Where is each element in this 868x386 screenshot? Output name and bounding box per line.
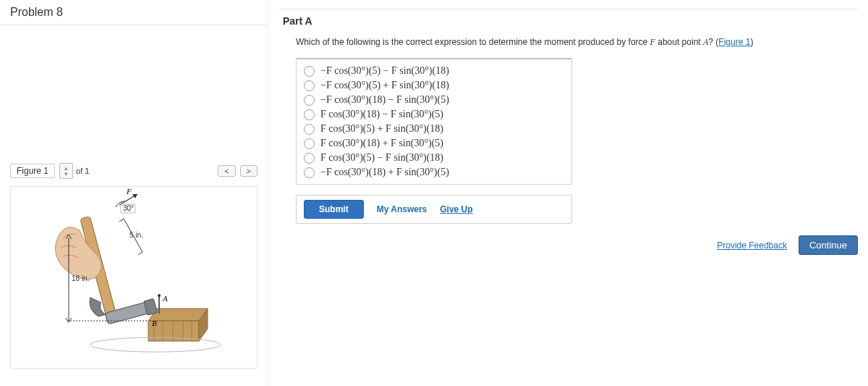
figure-next-button[interactable]: > xyxy=(240,165,258,177)
continue-button[interactable]: Continue xyxy=(799,235,858,255)
option-radio[interactable] xyxy=(304,124,315,135)
figure-prev-button[interactable]: < xyxy=(218,165,235,177)
svg-text:B: B xyxy=(152,319,157,327)
figure-total-text: of 1 xyxy=(76,167,89,175)
option-radio[interactable] xyxy=(304,153,315,164)
svg-text:A: A xyxy=(162,294,168,303)
option-label: −F cos(30°)(5) + F sin(30°)(18) xyxy=(320,80,449,91)
part-a-title: Part A xyxy=(278,9,858,33)
option-label: F cos(30°)(18) − F sin(30°)(5) xyxy=(320,109,443,120)
option-label: F cos(30°)(5) − F sin(30°)(18) xyxy=(320,152,443,164)
option-radio[interactable] xyxy=(304,109,315,120)
option-radio[interactable] xyxy=(304,138,315,149)
option-label: −F cos(30°)(5) − F sin(30°)(18) xyxy=(320,65,449,77)
option-label: F cos(30°)(18) + F sin(30°)(5) xyxy=(320,138,443,149)
figure-label: Figure 1 xyxy=(10,164,55,178)
stepper-icon: ▴▾ xyxy=(64,165,68,177)
answer-options: −F cos(30°)(5) − F sin(30°)(18) −F cos(3… xyxy=(296,58,572,185)
svg-point-12 xyxy=(158,294,161,297)
option-label: −F cos(30°)(18) − F sin(30°)(5) xyxy=(320,94,449,106)
figure-image: A B F 30 xyxy=(10,186,258,369)
svg-text:5 in.: 5 in. xyxy=(129,231,143,239)
option-label: −F cos(30°)(18) + F sin(30°)(5) xyxy=(320,167,449,178)
option-radio[interactable] xyxy=(304,95,315,106)
figure-link[interactable]: Figure 1 xyxy=(718,37,750,47)
option-radio[interactable] xyxy=(304,66,315,77)
svg-text:18 in.: 18 in. xyxy=(72,274,89,282)
problem-title: Problem 8 xyxy=(0,0,268,25)
question-text: Which of the following is the correct ex… xyxy=(278,33,858,58)
submit-button[interactable]: Submit xyxy=(304,200,364,219)
provide-feedback-link[interactable]: Provide Feedback xyxy=(717,240,787,251)
give-up-link[interactable]: Give Up xyxy=(440,204,472,214)
option-radio[interactable] xyxy=(304,167,315,178)
option-label: F cos(30°)(5) + F sin(30°)(18) xyxy=(320,123,443,135)
svg-marker-0 xyxy=(148,309,208,321)
svg-text:30°: 30° xyxy=(123,204,134,212)
figure-number-stepper[interactable]: ▴▾ xyxy=(59,163,73,179)
my-answers-label: My Answers xyxy=(377,204,427,214)
option-radio[interactable] xyxy=(304,80,315,91)
svg-text:F: F xyxy=(126,187,132,196)
